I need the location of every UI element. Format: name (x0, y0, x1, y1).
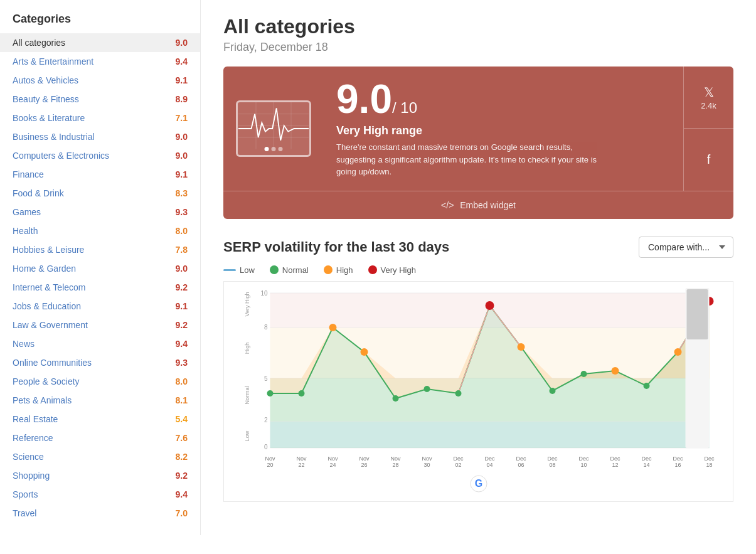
sidebar-cat-name: Computers & Electronics (13, 151, 109, 161)
sidebar-cat-score: 5.4 (176, 414, 188, 424)
sidebar-item-all-categories[interactable]: All categories9.0 (0, 33, 200, 52)
sidebar-cat-score: 7.8 (176, 245, 188, 255)
sidebar-cat-score: 8.0 (176, 376, 188, 386)
compare-dropdown[interactable]: Compare with... (639, 237, 733, 258)
y-num-0: 0 (264, 444, 268, 450)
sidebar-item-books---literature[interactable]: Books & Literature7.1 (0, 109, 200, 127)
sidebar-item-science[interactable]: Science8.2 (0, 447, 200, 466)
embed-widget-button[interactable]: </> Embed widget (223, 191, 733, 219)
xlabel-nov20: Nov (265, 455, 275, 462)
sidebar-cat-name: Business & Industrial (13, 132, 95, 142)
sidebar-cat-name: Pets & Animals (13, 395, 72, 405)
xlabel-dec10b: 10 (580, 462, 587, 468)
sidebar-item-online-communities[interactable]: Online Communities9.3 (0, 353, 200, 372)
xlabel-nov30: Nov (422, 455, 432, 462)
xlabel-nov30b: 30 (423, 462, 430, 468)
facebook-count-item: f (684, 129, 733, 190)
sidebar-cat-score: 8.1 (176, 395, 188, 405)
sidebar-item-finance[interactable]: Finance9.1 (0, 165, 200, 184)
sidebar-item-internet---telecom[interactable]: Internet & Telecom9.2 (0, 278, 200, 297)
sidebar-cat-name: Reference (13, 433, 53, 443)
sidebar-cat-name: Games (13, 207, 41, 217)
xlabel-dec14b: 14 (643, 462, 649, 468)
legend-high-dot (324, 265, 333, 274)
y-num-2: 2 (264, 417, 268, 423)
legend-normal: Normal (270, 265, 309, 275)
sidebar-item-arts---entertainment[interactable]: Arts & Entertainment9.4 (0, 52, 200, 71)
sidebar-item-business---industrial[interactable]: Business & Industrial9.0 (0, 127, 200, 146)
y-num-10: 10 (260, 290, 268, 297)
xlabel-dec08b: 08 (549, 462, 555, 468)
sidebar-item-autos---vehicles[interactable]: Autos & Vehicles9.1 (0, 71, 200, 90)
sidebar-cat-name: Online Communities (13, 358, 92, 368)
sidebar-cat-name: Jobs & Education (13, 301, 81, 311)
scroll-thumb[interactable] (687, 289, 708, 339)
sidebar-cat-score: 9.1 (176, 75, 188, 85)
main-content: All categories Friday, December 18 (201, 0, 756, 535)
xlabel-nov28b: 28 (392, 462, 398, 468)
facebook-icon: f (707, 152, 711, 167)
chart-legend: Low Normal High Very High (223, 265, 733, 275)
sidebar-cat-score: 9.0 (176, 151, 188, 161)
sidebar-cat-score: 9.0 (176, 38, 188, 48)
embed-label: Embed widget (460, 200, 516, 210)
page-date: Friday, December 18 (223, 41, 733, 54)
sidebar-item-reference[interactable]: Reference7.6 (0, 429, 200, 447)
dot-dec06 (518, 343, 525, 351)
sidebar-item-games[interactable]: Games9.3 (0, 203, 200, 221)
legend-low-label: Low (240, 265, 255, 275)
legend-very-high-label: Very High (381, 265, 416, 275)
y-label-very-high: Very High (244, 292, 250, 316)
score-display: 9.0/ 10 (336, 79, 671, 119)
sidebar-heading: Categories (0, 13, 200, 33)
score-value: 9.0 (336, 77, 392, 122)
sidebar-cat-score: 7.0 (176, 508, 188, 518)
sidebar-item-pets---animals[interactable]: Pets & Animals8.1 (0, 391, 200, 410)
xlabel-dec16b: 16 (674, 462, 681, 468)
xlabel-nov26: Nov (359, 455, 370, 462)
xlabel-dec18: Dec (704, 455, 715, 462)
sidebar-item-hobbies---leisure[interactable]: Hobbies & Leisure7.8 (0, 240, 200, 259)
dot-dec08 (550, 388, 556, 394)
sidebar-item-home---garden[interactable]: Home & Garden9.0 (0, 259, 200, 278)
dot-nov28 (393, 395, 399, 402)
sidebar-item-computers---electronics[interactable]: Computers & Electronics9.0 (0, 146, 200, 165)
twitter-count-item: 𝕏 2.4k (684, 67, 733, 129)
sidebar-cat-score: 9.2 (176, 282, 188, 292)
sidebar-item-food---drink[interactable]: Food & Drink8.3 (0, 184, 200, 203)
xlabel-dec04: Dec (484, 455, 495, 462)
heartbeat-graphic (236, 100, 311, 157)
score-range-label: Very High range (336, 124, 671, 137)
sidebar-cat-score: 7.6 (176, 433, 188, 443)
xlabel-dec04b: 04 (486, 462, 492, 468)
sidebar: Categories All categories9.0Arts & Enter… (0, 0, 201, 535)
y-label-low: Low (244, 430, 250, 441)
sidebar-item-law---government[interactable]: Law & Government9.2 (0, 316, 200, 334)
xlabel-dec02: Dec (453, 455, 464, 462)
sidebar-item-sports[interactable]: Sports9.4 (0, 485, 200, 504)
sidebar-item-travel[interactable]: Travel7.0 (0, 504, 200, 523)
sidebar-cat-name: Science (13, 452, 44, 462)
xlabel-dec08: Dec (547, 455, 558, 462)
sidebar-cat-score: 8.3 (176, 188, 188, 198)
sidebar-cat-score: 9.0 (176, 132, 188, 142)
dot-dec04 (486, 301, 494, 310)
sidebar-cat-score: 9.4 (176, 489, 188, 499)
legend-high-label: High (336, 265, 353, 275)
dot-dec12 (612, 367, 619, 375)
sidebar-item-people---society[interactable]: People & Society8.0 (0, 372, 200, 391)
legend-high: High (324, 265, 353, 275)
dot-dec02 (455, 390, 462, 397)
sidebar-cat-score: 9.3 (176, 358, 188, 368)
sidebar-cat-name: Home & Garden (13, 264, 76, 274)
sidebar-item-shopping[interactable]: Shopping9.2 (0, 466, 200, 485)
sidebar-item-health[interactable]: Health8.0 (0, 221, 200, 240)
sidebar-item-real-estate[interactable]: Real Estate5.4 (0, 410, 200, 429)
sidebar-item-beauty---fitness[interactable]: Beauty & Fitness8.9 (0, 90, 200, 109)
dot-dec10 (581, 371, 587, 377)
legend-low: Low (223, 265, 255, 275)
xlabel-dec02b: 02 (455, 462, 461, 468)
sidebar-item-news[interactable]: News9.4 (0, 334, 200, 353)
embed-icon: </> (441, 200, 454, 210)
sidebar-item-jobs---education[interactable]: Jobs & Education9.1 (0, 297, 200, 316)
